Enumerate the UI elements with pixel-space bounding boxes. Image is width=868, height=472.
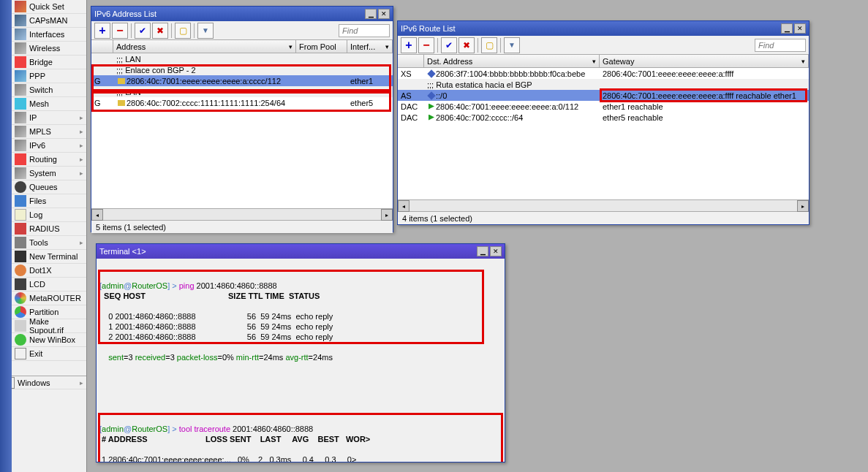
sidebar-item-log[interactable]: Log bbox=[12, 208, 86, 222]
titlebar[interactable]: IPv6 Address List ▁ ✕ bbox=[91, 7, 393, 21]
menu-icon bbox=[15, 195, 26, 207]
disable-button[interactable]: ✖ bbox=[152, 23, 168, 39]
minimize-button[interactable]: ▁ bbox=[477, 246, 488, 256]
route-icon bbox=[429, 104, 434, 110]
table-row[interactable]: XS2806:3f7:1004:bbbb:bbbb:bbbb:f0ca:bebe… bbox=[398, 68, 809, 79]
check-icon: ✔ bbox=[139, 26, 146, 36]
find-input[interactable] bbox=[755, 39, 806, 52]
comment-button[interactable]: ▢ bbox=[481, 37, 497, 53]
table-row[interactable]: DAC2806:40c:7002:cccc::/64ether5 reachab… bbox=[398, 112, 809, 123]
table-row[interactable]: ;;; Ruta estatica hacia el BGP bbox=[398, 79, 809, 90]
sidebar-item-label: Interfaces bbox=[29, 30, 64, 39]
disable-button[interactable]: ✖ bbox=[458, 37, 475, 53]
terminal-output[interactable]: [admin@RouterOS] > ping 2001:4860:4860::… bbox=[97, 259, 505, 462]
sidebar-item-files[interactable]: Files bbox=[12, 194, 86, 208]
scrollbar-horizontal[interactable]: ◂ ▸ bbox=[398, 199, 809, 211]
sidebar-item-exit[interactable]: Exit bbox=[12, 347, 86, 361]
sidebar-item-radius[interactable]: RADIUS bbox=[12, 222, 86, 236]
menu-icon bbox=[15, 334, 26, 346]
more-columns-icon[interactable]: ▾ bbox=[385, 43, 389, 50]
sidebar-item-label: Log bbox=[29, 210, 42, 219]
sidebar-item-metarouter[interactable]: MetaROUTER bbox=[12, 292, 86, 305]
remove-button[interactable]: − bbox=[112, 23, 128, 39]
statusbar: 4 items (1 selected) bbox=[398, 211, 809, 224]
sidebar-item-label: Tools bbox=[29, 238, 48, 247]
sidebar-item-lcd[interactable]: LCD bbox=[12, 278, 86, 292]
flag-column[interactable] bbox=[398, 55, 424, 67]
sidebar-item-mpls[interactable]: MPLS▸ bbox=[12, 125, 86, 139]
from-pool-column[interactable]: From Pool bbox=[296, 40, 347, 53]
table-row[interactable]: DAC2806:40c:7001:eeee:eeee:eeee:a:0/112e… bbox=[398, 101, 809, 112]
sidebar-item-routing[interactable]: Routing▸ bbox=[12, 153, 86, 167]
interface-column[interactable]: Interf...▾ bbox=[347, 40, 393, 53]
sidebar-item-make-supout.rif[interactable]: Make Supout.rif bbox=[12, 319, 86, 333]
sidebar-item-new-winbox[interactable]: New WinBox bbox=[12, 333, 86, 347]
more-columns-icon[interactable]: ▾ bbox=[801, 58, 805, 65]
gateway-column[interactable]: Gateway▾ bbox=[600, 55, 809, 67]
enable-button[interactable]: ✔ bbox=[135, 23, 151, 39]
titlebar[interactable]: Terminal <1> ▁ ✕ bbox=[97, 244, 505, 259]
minus-icon: − bbox=[116, 24, 123, 37]
table-header: Address▾ From Pool Interf...▾ bbox=[91, 40, 393, 53]
status-text: 4 items (1 selected) bbox=[402, 214, 472, 223]
titlebar[interactable]: IPv6 Route List ▁ ✕ bbox=[398, 21, 809, 36]
sidebar-item-capsman[interactable]: CAPsMAN bbox=[12, 14, 86, 28]
sidebar-item-label: RADIUS bbox=[29, 224, 60, 233]
find-input[interactable] bbox=[339, 24, 390, 37]
chevron-right-icon: ▸ bbox=[80, 128, 83, 135]
sidebar-item-queues[interactable]: Queues bbox=[12, 180, 86, 194]
add-button[interactable]: + bbox=[401, 37, 417, 53]
address-column[interactable]: Address▾ bbox=[113, 40, 296, 53]
scroll-left-button[interactable]: ◂ bbox=[398, 200, 410, 212]
minimize-button[interactable]: ▁ bbox=[781, 23, 793, 34]
dst-column[interactable]: Dst. Address▾ bbox=[424, 55, 600, 67]
sidebar-item-system[interactable]: System▸ bbox=[12, 167, 86, 180]
filter-button[interactable]: ▼ bbox=[504, 37, 520, 53]
table-row[interactable]: G2806:40c:7001:eeee:eeee:eeee:a:cccc/112… bbox=[91, 75, 393, 86]
sidebar-item-switch[interactable]: Switch bbox=[12, 83, 86, 97]
sidebar-item-wireless[interactable]: Wireless bbox=[12, 42, 86, 56]
enable-button[interactable]: ✔ bbox=[441, 37, 457, 53]
scroll-right-button[interactable]: ▸ bbox=[381, 209, 393, 221]
remove-button[interactable]: − bbox=[418, 37, 434, 53]
sidebar-item-ip[interactable]: IP▸ bbox=[12, 111, 86, 125]
scroll-right-button[interactable]: ▸ bbox=[797, 200, 809, 212]
menu-icon bbox=[15, 292, 26, 304]
table-row[interactable]: ;;; Enlace con BGP - 2 bbox=[91, 64, 393, 75]
menu-icon bbox=[15, 306, 26, 318]
scroll-left-button[interactable]: ◂ bbox=[91, 209, 103, 221]
sidebar-item-quick-set[interactable]: Quick Set bbox=[12, 0, 86, 14]
sidebar-item-interfaces[interactable]: Interfaces bbox=[12, 28, 86, 42]
close-button[interactable]: ✕ bbox=[794, 23, 806, 34]
table-row[interactable]: ;;; LAN bbox=[91, 86, 393, 97]
close-button[interactable]: ✕ bbox=[378, 9, 390, 19]
table-header: Dst. Address▾ Gateway▾ bbox=[398, 55, 809, 68]
sidebar-item-tools[interactable]: Tools▸ bbox=[12, 236, 86, 250]
filter-button[interactable]: ▼ bbox=[197, 23, 214, 39]
minimize-button[interactable]: ▁ bbox=[365, 9, 377, 19]
menu-icon bbox=[15, 348, 26, 359]
minus-icon: − bbox=[423, 39, 429, 52]
comment-button[interactable]: ▢ bbox=[175, 23, 191, 39]
address-icon bbox=[118, 78, 125, 84]
add-button[interactable]: + bbox=[94, 23, 110, 39]
chevron-right-icon: ▸ bbox=[80, 379, 83, 387]
sidebar-windows-button[interactable]: Windows ▸ bbox=[0, 376, 86, 389]
table-row[interactable]: G2806:40c:7002:cccc:1111:1111:1111:254/6… bbox=[91, 97, 393, 108]
table-row[interactable]: AS::/02806:40c:7001:eeee:eeee:eeee:a:fff… bbox=[398, 90, 809, 101]
sidebar-item-mesh[interactable]: Mesh bbox=[12, 97, 86, 111]
sidebar-item-bridge[interactable]: Bridge bbox=[12, 56, 86, 69]
menu-icon bbox=[15, 70, 26, 82]
menu-icon bbox=[15, 251, 26, 262]
route-icon bbox=[427, 69, 435, 77]
flag-column[interactable] bbox=[91, 40, 113, 53]
sidebar-item-ipv6[interactable]: IPv6▸ bbox=[12, 139, 86, 153]
scrollbar-horizontal[interactable]: ◂ ▸ bbox=[91, 208, 393, 220]
sidebar-item-ppp[interactable]: PPP bbox=[12, 69, 86, 83]
sidebar-item-new-terminal[interactable]: New Terminal bbox=[12, 250, 86, 264]
sidebar-item-label: Dot1X bbox=[29, 266, 52, 275]
sidebar-item-dot1x[interactable]: Dot1X bbox=[12, 264, 86, 278]
close-button[interactable]: ✕ bbox=[490, 246, 502, 256]
window-title: IPv6 Route List bbox=[401, 24, 781, 33]
table-row[interactable]: ;;; LAN bbox=[91, 53, 393, 64]
